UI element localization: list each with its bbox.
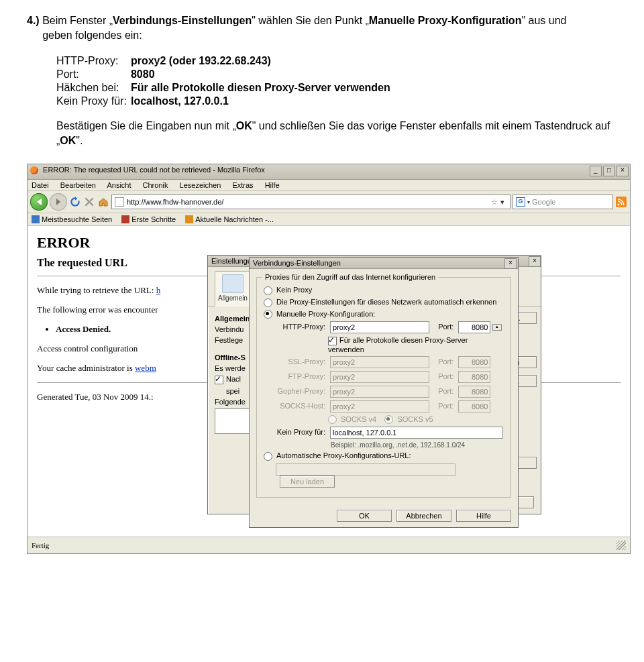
list-field[interactable] [215,408,250,434]
bookmark-news[interactable]: Aktuelle Nachrichten -... [185,215,274,223]
ssl-port-field: 8080 [458,356,490,368]
url-text: http://www.fhdw-hannover.de/ [127,198,488,206]
menubar[interactable]: Datei Bearbeiten Ansicht Chronik Lesezei… [28,180,630,191]
tab-allgemein[interactable]: Allgemein [215,271,251,307]
bookmark-icon [32,215,40,223]
menu-lesezeichen[interactable]: Lesezeichen [180,181,221,189]
back-button[interactable] [30,193,48,211]
toolbar: http://www.fhdw-hannover.de/ ☆ ▾ G▾ Goog… [28,191,630,213]
proxy-group-legend: Proxies für den Zugriff auf das Internet… [262,273,438,281]
bookmark-first-steps[interactable]: Erste Schritte [121,215,176,223]
resize-grip-icon[interactable] [616,541,626,550]
page-icon [115,197,124,207]
no-proxy-hint: Beispiel: .mozilla.org, .net.de, 192.168… [331,441,504,449]
minimize-button[interactable]: _ [590,166,602,176]
menu-chronik[interactable]: Chronik [143,181,168,189]
bookmark-star-icon[interactable]: ☆ [491,198,498,207]
socks-port-field: 8080 [458,400,490,412]
all-protocols-checkbox[interactable] [328,337,337,345]
close-icon[interactable]: × [504,258,517,269]
confirm-text: Bestätigen Sie die Eingaben nun mit „OK"… [56,119,617,148]
radio-no-proxy[interactable] [264,286,272,295]
status-bar: Fertig [28,537,630,553]
error-heading: ERROR [37,234,621,252]
error-url-link[interactable]: h [156,285,161,295]
menu-bearbeiten[interactable]: Bearbeiten [60,181,96,189]
search-box[interactable]: G▾ Google [513,195,613,209]
forward-button[interactable] [50,193,67,211]
help-button[interactable]: Hilfe [456,510,511,522]
auto-config-url-field [276,463,455,476]
menu-extras[interactable]: Extras [232,181,253,189]
ftp-port-field: 8080 [458,371,490,383]
connection-settings-dialog[interactable]: Verbindungs-Einstellungen × Proxies für … [249,257,519,528]
menu-datei[interactable]: Datei [32,181,49,189]
status-text: Fertig [32,541,49,549]
reload-button[interactable]: Neu laden [280,476,335,488]
gopher-proxy-field: proxy2 [330,386,429,398]
radio-socks-v4[interactable] [328,415,337,424]
radio-socks-v5[interactable] [384,415,393,424]
feed-button[interactable] [615,196,627,208]
home-icon [98,197,109,207]
url-bar[interactable]: http://www.fhdw-hannover.de/ ☆ ▾ [111,195,511,209]
gopher-port-field: 8080 [458,386,490,398]
radio-auto-detect[interactable] [264,298,272,307]
http-proxy-field[interactable]: proxy2 [330,321,429,333]
no-proxy-field[interactable]: localhost, 127.0.0.1 [330,427,503,439]
ftp-proxy-field: proxy2 [330,371,429,383]
google-icon: G [516,197,525,207]
stop-button[interactable] [83,196,95,208]
stop-icon [83,196,95,208]
arrow-left-icon [37,199,42,205]
feed-icon [616,197,627,207]
window-title: ERROR: The requested URL could not be re… [43,166,265,174]
svg-rect-0 [616,197,627,207]
menu-hilfe[interactable]: Hilfe [265,181,280,189]
reload-icon [69,196,81,208]
connection-dialog-title[interactable]: Verbindungs-Einstellungen × [250,258,518,269]
home-button[interactable] [97,196,109,208]
titlebar[interactable]: ERROR: The requested URL could not be re… [28,164,630,180]
bookmark-most-visited[interactable]: Meistbesuchte Seiten [32,215,112,223]
close-icon[interactable]: × [529,256,541,267]
ssl-proxy-field: proxy2 [330,356,429,368]
webmaster-link[interactable]: webm [135,363,156,373]
menu-ansicht[interactable]: Ansicht [107,181,131,189]
ok-button[interactable]: OK [337,510,392,522]
cancel-button[interactable]: Abbrechen [396,510,451,522]
firefox-icon [30,166,38,174]
cache-checkbox[interactable] [215,376,223,384]
radio-manual-proxy[interactable] [264,310,272,319]
tab-icon [222,274,244,293]
bookmark-icon [121,215,129,223]
url-dropdown-icon[interactable]: ▾ [498,198,507,207]
http-port-field[interactable]: 8080 [458,321,490,333]
reload-button[interactable] [69,196,81,208]
radio-auto-config-url[interactable] [264,452,272,461]
socks-host-field: proxy2 [330,400,429,412]
bookmarks-bar: Meistbesuchte Seiten Erste Schritte Aktu… [28,213,630,226]
settings-table: HTTP-Proxy:proxy2 (oder 193.22.68.243) P… [56,54,394,108]
arrow-right-icon [56,199,60,205]
search-placeholder: Google [532,198,555,206]
close-button[interactable]: × [616,166,629,176]
step-intro: 4.) Beim Fenster „Verbindungs-Einstellun… [27,13,617,42]
svg-point-1 [618,204,620,206]
maximize-button[interactable]: □ [603,166,615,176]
firefox-window: ERROR: The requested URL could not be re… [27,164,631,554]
bookmark-icon [185,215,193,223]
